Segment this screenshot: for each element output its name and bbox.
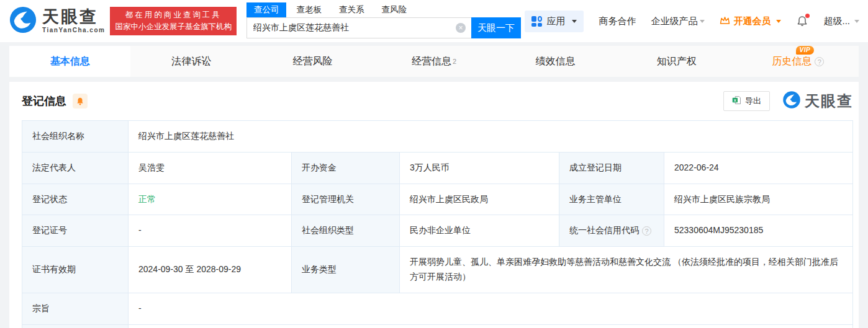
field-value-funding: 3万人民币: [399, 153, 559, 184]
svg-text:X: X: [734, 99, 736, 102]
table-row: 登记证号 - 社会组织类型 民办非企业单位 统一社会信用代码 ? 5233060…: [22, 215, 852, 246]
export-button[interactable]: X 导出: [723, 91, 770, 111]
slogan-line2: 国家中小企业发展子基金旗下机构: [115, 21, 232, 33]
field-label-legal-rep: 法定代表人: [22, 153, 128, 184]
field-label-business-type: 业务类型: [291, 247, 399, 293]
chevron-down-icon: [700, 20, 705, 23]
tianyancha-watermark: 天眼查: [782, 91, 853, 112]
apps-label: 应用: [546, 16, 565, 27]
open-vip-button[interactable]: 开通会员: [720, 16, 781, 27]
field-value-business-type: 开展弱势儿童、孤儿、单亲困难孕妇救助等慈善活动和慈善文化交流 （依法须经批准的项…: [399, 247, 852, 293]
field-value-org-type: 民办非企业单位: [399, 215, 559, 246]
help-icon[interactable]: ?: [815, 57, 824, 66]
tianyancha-watermark-icon: [782, 91, 801, 112]
field-value-org-name: 绍兴市上虞区莲花慈善社: [128, 121, 852, 152]
search-tab-boss[interactable]: 查老板: [289, 2, 329, 17]
field-label-reg-date: 成立登记日期: [559, 153, 664, 184]
field-label-supervisor-unit: 业务主管单位: [559, 184, 664, 215]
search-input[interactable]: [246, 17, 471, 38]
subscribe-bell-icon[interactable]: [73, 94, 88, 109]
field-value-reg-date: 2022-06-24: [664, 153, 852, 184]
detail-nav-tabs: 基本信息 法律诉讼 经营风险 经营信息2 绩效信息 知识产权 历史信息 VIP …: [9, 46, 859, 77]
account-label: 超级...: [823, 16, 850, 27]
search-button[interactable]: 天眼一下: [471, 17, 521, 38]
notification-bell-icon[interactable]: [796, 15, 808, 28]
field-label-org-type: 社会组织类型: [291, 215, 399, 246]
tianyancha-logo-icon: [9, 6, 37, 37]
crown-icon: [720, 16, 730, 27]
clear-search-icon[interactable]: ×: [456, 23, 466, 33]
table-row: 证书有效期 2024-09-30 至 2028-09-29 业务类型 开展弱势儿…: [22, 246, 852, 293]
table-row: 法定代表人 吴浩雯 开办资金 3万人民币 成立登记日期 2022-06-24: [22, 152, 852, 184]
slogan-badge: 都在用的商业查询工具 国家中小企业发展子基金旗下机构: [110, 7, 237, 36]
search-tab-relation[interactable]: 查关系: [332, 2, 372, 17]
table-row: 社会组织名称 绍兴市上虞区莲花慈善社: [22, 121, 852, 152]
export-label: 导出: [745, 95, 761, 107]
excel-icon: X: [732, 95, 741, 107]
field-label-reg-status: 登记状态: [22, 184, 128, 215]
field-label-org-name: 社会组织名称: [22, 121, 128, 152]
tab-count-badge: 2: [453, 58, 456, 65]
tab-operating-risk[interactable]: 经营风险: [252, 46, 373, 77]
notification-dot: [805, 14, 810, 18]
field-label-address: 住所: [22, 325, 128, 328]
field-label-funding: 开办资金: [291, 153, 399, 184]
registration-info-table: 社会组织名称 绍兴市上虞区莲花慈善社 法定代表人 吴浩雯 开办资金 3万人民币 …: [22, 120, 853, 328]
top-header: 天眼查 TianYanCha.com 都在用的商业查询工具 国家中小企业发展子基…: [0, 0, 868, 42]
field-label-reg-authority: 登记管理机关: [291, 184, 399, 215]
search-area: 查公司 查老板 查关系 查风险 × 天眼一下: [246, 4, 521, 38]
tab-operating-info[interactable]: 经营信息2: [373, 46, 494, 77]
field-label-credit-code: 统一社会信用代码: [569, 223, 639, 238]
tab-basic-info[interactable]: 基本信息: [9, 46, 130, 77]
field-label-cert-validity: 证书有效期: [22, 247, 128, 293]
field-label-purpose: 宗旨: [22, 293, 128, 324]
field-value-supervisor-unit: 绍兴市上虞区民族宗教局: [664, 184, 852, 215]
tab-performance-info[interactable]: 绩效信息: [495, 46, 616, 77]
logo-brand-text: 天眼查: [42, 9, 105, 25]
watermark-text: 天眼查: [805, 91, 853, 111]
top-menu: 应用 商务合作 企业级产品 开通会员 超级...: [525, 11, 859, 32]
table-row: 宗旨 -: [22, 293, 852, 324]
registration-info-card: 登记信息 X 导出 天眼查 社会组织名称 绍兴市上虞区莲花慈善社: [9, 82, 859, 328]
search-tab-company[interactable]: 查公司: [246, 2, 287, 17]
chevron-down-icon: [854, 20, 859, 23]
logo-domain-text: TianYanCha.com: [42, 27, 105, 33]
field-value-purpose: -: [128, 293, 852, 324]
apps-grid-icon: [531, 16, 542, 27]
table-row: 登记状态 正常 登记管理机关 绍兴市上虞区民政局 业务主管单位 绍兴市上虞区民族…: [22, 184, 852, 215]
tab-history-info[interactable]: 历史信息 VIP ?: [738, 46, 859, 77]
table-row: 住所 浙江省绍兴市上虞区百官街道城东工业园区高铁辅路百草寺: [22, 324, 852, 328]
field-value-credit-code: 52330604MJ95230185: [664, 215, 852, 246]
tianyancha-logo[interactable]: 天眼查 TianYanCha.com: [9, 6, 105, 37]
menu-business-cooperation[interactable]: 商务合作: [599, 16, 636, 27]
menu-enterprise-products[interactable]: 企业级产品: [651, 16, 705, 27]
slogan-line1: 都在用的商业查询工具: [115, 9, 232, 21]
section-title: 登记信息: [22, 94, 66, 109]
field-value-cert-validity: 2024-09-30 至 2028-09-29: [128, 247, 291, 293]
tab-intellectual-property[interactable]: 知识产权: [616, 46, 737, 77]
search-tab-risk[interactable]: 查风险: [374, 2, 414, 17]
vip-badge: VIP: [796, 46, 815, 55]
account-menu[interactable]: 超级...: [823, 16, 859, 27]
field-value-address: 浙江省绍兴市上虞区百官街道城东工业园区高铁辅路百草寺: [128, 325, 852, 328]
field-value-legal-rep: 吴浩雯: [128, 153, 291, 184]
apps-menu[interactable]: 应用: [525, 11, 584, 32]
status-badge: 正常: [138, 192, 156, 207]
field-value-reg-authority: 绍兴市上虞区民政局: [399, 184, 559, 215]
chevron-down-icon: [776, 20, 781, 23]
tab-legal-proceedings[interactable]: 法律诉讼: [130, 46, 251, 77]
field-label-cert-number: 登记证号: [22, 215, 128, 246]
chevron-down-icon: [572, 20, 577, 23]
search-tabs: 查公司 查老板 查关系 查风险: [246, 4, 521, 17]
help-icon[interactable]: ?: [642, 226, 651, 236]
field-value-cert-number: -: [128, 215, 291, 246]
